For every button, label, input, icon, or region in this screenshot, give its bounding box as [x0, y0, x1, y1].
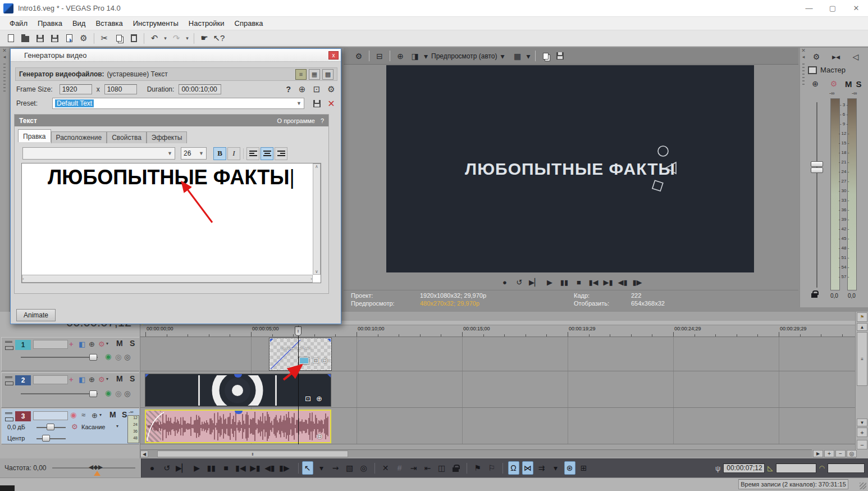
collapse-icon[interactable]: ◂: [800, 54, 807, 60]
play-from-start[interactable]: ▶▏: [529, 275, 540, 289]
grid-view-button[interactable]: ▦: [309, 69, 320, 80]
fade-handle[interactable]: [327, 374, 331, 378]
minimize-track-icon[interactable]: [5, 376, 12, 379]
ignore-event-grouping-button[interactable]: ⊞: [578, 461, 590, 475]
close-button[interactable]: ✕: [844, 0, 868, 17]
insert-bus-icon[interactable]: ▸◂: [829, 50, 843, 63]
pan-handle[interactable]: [42, 435, 50, 442]
go-to-start[interactable]: ▮◀: [235, 461, 246, 475]
scrub-slider[interactable]: ◀◆▶: [52, 467, 135, 469]
save-preset-icon[interactable]: [310, 97, 323, 110]
frame-height-field[interactable]: 1080: [104, 84, 137, 94]
gain-handle[interactable]: [47, 424, 54, 430]
composite-child-icon[interactable]: ◎: [115, 389, 121, 398]
pan-icon[interactable]: ⊕: [808, 77, 822, 90]
trim-end-button[interactable]: ⇤: [422, 461, 433, 475]
event-crop-icon[interactable]: ⊡: [313, 356, 319, 365]
track-header-2[interactable]: 2 + ◧ ⊕ ⚙ ▾ M S ◉ ◎ ◎: [1, 372, 139, 408]
redo-button-dropdown[interactable]: ▾: [184, 31, 190, 45]
split-screen-view-icon[interactable]: ◨: [408, 49, 422, 63]
bus-name[interactable]: Мастер: [820, 66, 846, 74]
horizontal-scrollbar[interactable]: ‹›: [22, 275, 313, 283]
previous-frame[interactable]: ◀▮: [264, 461, 276, 475]
trim-start-button[interactable]: ⇥: [408, 461, 419, 475]
insert-region-button[interactable]: ⚐: [486, 461, 497, 475]
lock-envelopes-button[interactable]: ⊛: [564, 461, 575, 475]
play-from-start[interactable]: ▶▏: [176, 461, 188, 475]
pause[interactable]: ▮▮: [206, 461, 217, 475]
selection-edit-tool[interactable]: ▧: [344, 461, 355, 475]
track-name-field[interactable]: [33, 340, 68, 349]
track-motion-icon[interactable]: +: [69, 340, 74, 348]
pause[interactable]: ▮▮: [559, 275, 569, 289]
close-icon[interactable]: ✕: [0, 48, 9, 54]
minimize-track-icon[interactable]: [5, 341, 12, 343]
master-fader-track[interactable]: [816, 102, 817, 288]
minimize-track-icon[interactable]: [5, 412, 12, 415]
track-pan-value[interactable]: Центр: [7, 435, 25, 442]
menu-настройки[interactable]: Настройки: [184, 17, 230, 29]
undo-button[interactable]: ↶: [148, 31, 161, 45]
copy-snapshot-icon[interactable]: [539, 49, 552, 63]
selection-length-field[interactable]: [828, 463, 865, 473]
zoom-tool-button[interactable]: ◎: [847, 450, 857, 457]
track-motion-icon[interactable]: +: [69, 375, 74, 384]
vertical-scrollbar-thumb[interactable]: ≡: [857, 332, 867, 386]
event-crop-icon[interactable]: ⊡: [305, 394, 311, 403]
fade-handle[interactable]: [327, 339, 331, 342]
plugin-help-link[interactable]: ?: [321, 117, 324, 124]
split-button[interactable]: ◫: [436, 461, 447, 475]
undo-button-dropdown[interactable]: ▾: [162, 31, 168, 45]
master-fader-handle-2[interactable]: [811, 167, 823, 173]
menu-инструменты[interactable]: Инструменты: [128, 17, 184, 29]
interactive-tutorials-button[interactable]: ☛: [198, 31, 211, 45]
automation-gear-icon[interactable]: ⚙: [827, 77, 840, 90]
zoom-edit-tool[interactable]: ◎: [358, 461, 369, 475]
preset-combo[interactable]: Default Text ▼: [52, 98, 304, 109]
automation-dropdown[interactable]: ▾: [106, 341, 108, 346]
save-snapshot-icon[interactable]: [554, 49, 567, 63]
enable-snapping-button[interactable]: Ω: [508, 461, 519, 475]
text-content[interactable]: ЛЮБОПЫТНЫЕ ФАКТЫ: [48, 166, 290, 189]
auto-ripple-button[interactable]: ⇉: [536, 461, 547, 475]
preview-quality-select[interactable]: Предпросмотр (авто): [431, 52, 497, 60]
lock-fader-icon[interactable]: [811, 290, 817, 299]
delete-button[interactable]: ✕: [380, 461, 391, 475]
text-edit-area[interactable]: ЛЮБОПЫТНЫЕ ФАКТЫ| ∧∨ ‹›: [21, 163, 321, 283]
track-name-field[interactable]: [33, 411, 68, 420]
about-link[interactable]: О программе: [277, 117, 315, 124]
composite-child-icon[interactable]: ◎: [115, 353, 121, 361]
font-family-combo[interactable]: ▼: [22, 147, 175, 160]
track-mute-button[interactable]: M: [116, 339, 123, 348]
menu-справка[interactable]: Справка: [230, 17, 268, 29]
envelope-icon[interactable]: ≈: [81, 411, 85, 419]
play[interactable]: ▶: [545, 275, 555, 289]
next-frame[interactable]: ▮▶: [279, 461, 290, 475]
timeline-lanes[interactable]: (устаревшее) Текст ⊡ ⊕ ⊡ ⊕: [140, 337, 855, 444]
pan-icon[interactable]: ⊕: [89, 340, 95, 348]
composite-child-icon-2[interactable]: ◎: [124, 389, 130, 398]
track-gain-value[interactable]: 0,0 дБ: [7, 424, 25, 430]
list-view-button[interactable]: ≡: [295, 69, 307, 80]
animate-button[interactable]: Animate: [16, 309, 56, 321]
stop[interactable]: ■: [221, 461, 232, 475]
align-center-button[interactable]: [261, 147, 273, 160]
go-to-end[interactable]: ▶▮: [603, 275, 613, 289]
track-solo-button[interactable]: S: [130, 374, 135, 383]
track-mute-button[interactable]: M: [116, 374, 123, 383]
master-fader-handle[interactable]: [811, 161, 823, 167]
loop-playback[interactable]: ↺: [161, 461, 172, 475]
font-size-combo[interactable]: 26▼: [181, 147, 207, 160]
cut-button[interactable]: ✂: [98, 31, 111, 45]
track-header-3[interactable]: 3 ◉ ≈ ⊕ ▾ M S -∞ 12243648 0,0 дБ ⚙ Касан…: [1, 408, 139, 444]
automation-dropdown[interactable]: ▾: [106, 376, 108, 381]
external-monitor-icon[interactable]: ⊟: [373, 49, 386, 63]
parent-composite-icon[interactable]: ◉: [105, 352, 111, 361]
lane-track-1[interactable]: [140, 337, 855, 371]
play[interactable]: ▶: [191, 461, 203, 475]
marker-tool-button[interactable]: ⚑: [857, 312, 867, 322]
mixer-properties-icon[interactable]: ⚙: [810, 50, 823, 63]
frame-width-field[interactable]: 1920: [60, 84, 92, 94]
maximize-button[interactable]: ▢: [821, 0, 844, 17]
previous-frame[interactable]: ◀▮: [618, 275, 628, 289]
